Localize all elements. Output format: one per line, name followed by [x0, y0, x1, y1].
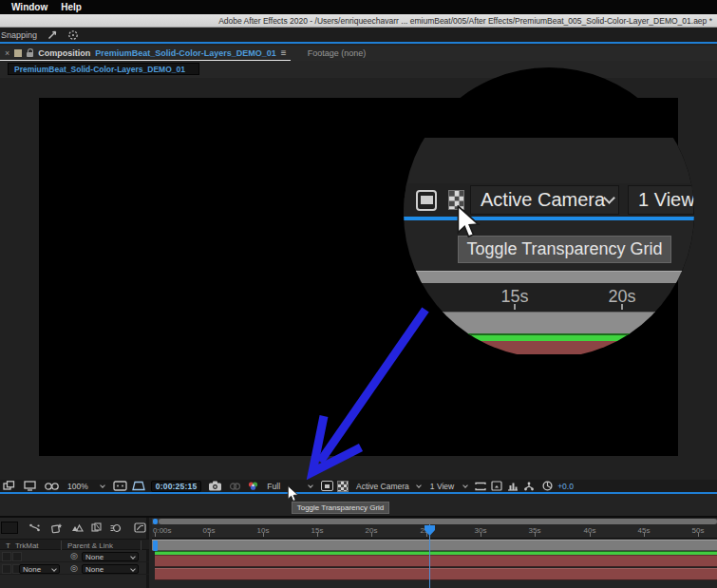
- callout-tooltip: Toggle Transparency Grid: [458, 236, 671, 263]
- rulers-grid-icon[interactable]: [113, 481, 127, 491]
- menu-bar: Window Help: [0, 0, 717, 14]
- comp-tab-strip: PremiumBeat_Solid-Color-Layers_DEMO_01: [0, 61, 717, 78]
- timeline-left-panel: T TrkMat Parent & Link ◎ None None: [0, 518, 149, 588]
- transparency-grid-icon[interactable]: [337, 481, 349, 492]
- channel-rgb-icon[interactable]: [247, 481, 259, 491]
- share-view-icon[interactable]: [475, 482, 486, 491]
- toolbar-tooltip-text: Toggle Transparency Grid: [297, 503, 385, 512]
- scale-arrow-icon: [47, 29, 58, 41]
- layer-toggle[interactable]: [2, 552, 11, 561]
- timeline-track-area: 0:00s 05s 10s 15s 20s 25s 30s 35s 40s 45…: [152, 518, 717, 588]
- layer-toggle[interactable]: [2, 564, 11, 574]
- histogram-icon[interactable]: [507, 482, 519, 491]
- magnifier-callout: Active Camera 1 View Toggle Transparency…: [404, 67, 694, 358]
- layer-row[interactable]: None ◎ None: [0, 563, 149, 575]
- snapshot-camera-icon[interactable]: [208, 481, 222, 491]
- exposure-icon[interactable]: [542, 481, 553, 491]
- snapping-label[interactable]: Snapping: [1, 30, 37, 40]
- window-title: Adobe After Effects 2020 - /Users/enriqu…: [218, 16, 712, 26]
- ruler-tick: [621, 304, 623, 310]
- red-layer-bar[interactable]: [155, 568, 717, 580]
- chevron-down-icon: [603, 192, 615, 204]
- menu-help[interactable]: Help: [61, 2, 82, 12]
- pixel-aspect-correction-icon[interactable]: [491, 481, 502, 491]
- callout-toolbar: Active Camera 1 View: [404, 183, 694, 217]
- callout-view-value: 1 View: [638, 189, 694, 211]
- always-preview-icon[interactable]: [3, 481, 15, 491]
- chevron-down-icon[interactable]: [462, 483, 468, 488]
- pickwhip-icon[interactable]: ◎: [70, 563, 78, 573]
- column-parent-link[interactable]: Parent & Link: [67, 541, 113, 550]
- panel-tab-row: × Composition PremiumBeat_Solid-Color-La…: [0, 46, 717, 61]
- comp-color-swatch: [14, 49, 22, 57]
- parent-dropdown[interactable]: None: [82, 564, 139, 574]
- callout-scrollbar: [404, 271, 694, 283]
- work-area-bar[interactable]: [152, 540, 717, 551]
- toolbar-tooltip: Toggle Transparency Grid: [292, 502, 389, 514]
- layer-toggle[interactable]: [12, 552, 22, 561]
- parent-value: None: [85, 553, 104, 561]
- title-bar: Adobe After Effects 2020 - /Users/enriqu…: [0, 14, 717, 28]
- menu-window[interactable]: Window: [11, 2, 47, 12]
- primary-viewer-icon[interactable]: [24, 481, 36, 491]
- comp-mini-flowchart-icon[interactable]: [28, 522, 41, 533]
- timeline-toggles-row: [0, 520, 149, 536]
- shy-layers-icon[interactable]: [71, 523, 84, 533]
- exposure-value[interactable]: +0.0: [557, 482, 574, 491]
- comp-item-name: PremiumBeat_Solid-Color-Layers_DEMO_01: [14, 65, 185, 74]
- viewer-toolbar: 100% 0:00:25:15 Full Active Camera 1 Vie…: [0, 480, 717, 494]
- graph-editor-icon[interactable]: [134, 522, 146, 533]
- snap-target-icon[interactable]: [67, 29, 79, 41]
- chevron-down-icon[interactable]: [100, 483, 105, 488]
- ruler-tick: [514, 304, 516, 310]
- work-area-start-handle[interactable]: [153, 541, 158, 551]
- composition-tab-label: Composition: [38, 48, 90, 58]
- timecode-field[interactable]: 0:00:25:15: [151, 481, 202, 492]
- panel-menu-icon[interactable]: ≡: [281, 47, 287, 58]
- callout-camera-dropdown[interactable]: Active Camera: [470, 185, 619, 215]
- timecode-value: 0:00:25:15: [156, 482, 198, 491]
- chevron-down-icon[interactable]: [416, 483, 422, 488]
- frame-blending-icon[interactable]: [91, 522, 103, 533]
- chevron-down-icon[interactable]: [308, 483, 313, 488]
- mouse-cursor-icon: [456, 205, 481, 239]
- parent-dropdown[interactable]: None: [82, 552, 139, 561]
- parent-value: None: [85, 565, 104, 574]
- trkmat-value: None: [23, 565, 41, 574]
- motion-blur-icon[interactable]: [110, 523, 122, 533]
- callout-time-ruler: 15s 20s: [404, 283, 694, 312]
- tab-footage[interactable]: Footage (none): [308, 48, 367, 58]
- close-icon[interactable]: ×: [5, 48, 9, 58]
- column-t[interactable]: T: [6, 541, 10, 550]
- camera-view-value[interactable]: Active Camera: [356, 482, 409, 491]
- after-effects-window: Window Help Adobe After Effects 2020 - /…: [0, 0, 717, 588]
- draft-3d-icon[interactable]: [50, 522, 63, 534]
- timeline-panel: T TrkMat Parent & Link ◎ None None: [0, 516, 717, 588]
- stereo-3d-glasses-icon[interactable]: [45, 482, 60, 491]
- pickwhip-icon[interactable]: ◎: [70, 551, 78, 560]
- tab-composition[interactable]: × Composition PremiumBeat_Solid-Color-La…: [0, 46, 291, 61]
- comp-mini-view[interactable]: [1, 522, 18, 534]
- mask-visibility-icon[interactable]: [132, 481, 145, 491]
- trkmat-dropdown[interactable]: None: [19, 564, 60, 574]
- timeline-column-header: T TrkMat Parent & Link: [0, 539, 149, 550]
- lock-icon[interactable]: [27, 52, 33, 57]
- magnification-value[interactable]: 100%: [67, 482, 88, 491]
- column-trkmat[interactable]: TrkMat: [15, 541, 39, 550]
- view-layout-value[interactable]: 1 View: [430, 482, 454, 491]
- callout-camera-value: Active Camera: [481, 189, 605, 211]
- red-layer-bar[interactable]: [155, 555, 717, 567]
- comp-item-tab[interactable]: PremiumBeat_Solid-Color-Layers_DEMO_01: [8, 63, 199, 75]
- callout-tooltip-text: Toggle Transparency Grid: [466, 239, 662, 259]
- layer-row[interactable]: ◎ None: [0, 551, 149, 562]
- callout-accent-line: [404, 217, 694, 220]
- mouse-cursor-icon: [287, 485, 299, 503]
- resolution-value[interactable]: Full: [267, 482, 280, 491]
- tools-row: Snapping: [0, 28, 717, 44]
- region-of-interest-icon[interactable]: [321, 481, 333, 491]
- flowchart-icon[interactable]: [523, 482, 535, 491]
- region-of-interest-icon[interactable]: [416, 190, 437, 211]
- composition-tab-name: PremiumBeat_Solid-Color-Layers_DEMO_01: [95, 48, 276, 58]
- show-snapshot-icon[interactable]: [229, 482, 241, 491]
- callout-view-dropdown[interactable]: 1 View: [628, 185, 694, 215]
